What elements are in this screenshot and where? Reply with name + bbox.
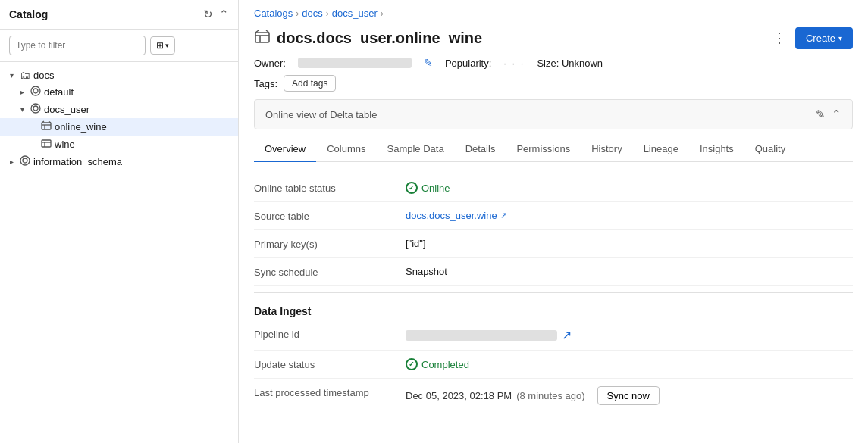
sync-schedule-text: Snapshot bbox=[406, 266, 447, 277]
status-online-text: Online bbox=[421, 183, 450, 194]
field-label-status: Online table status bbox=[254, 182, 406, 194]
owner-label: Owner: bbox=[254, 58, 286, 69]
source-table-link[interactable]: docs.docs_user.wine ↗ bbox=[406, 210, 507, 221]
tab-overview[interactable]: Overview bbox=[254, 137, 316, 162]
breadcrumb-docs[interactable]: docs bbox=[302, 8, 322, 19]
sidebar-item-docs[interactable]: 🗂 docs bbox=[0, 67, 238, 83]
timestamp-value: Dec 05, 2023, 02:18 PM bbox=[406, 390, 512, 401]
svg-rect-4 bbox=[42, 123, 51, 129]
page-title-row: docs.docs_user.online_wine bbox=[254, 29, 482, 48]
table-row: Last processed timestamp Dec 05, 2023, 0… bbox=[254, 379, 853, 413]
breadcrumb-docs-user[interactable]: docs_user bbox=[332, 8, 378, 19]
add-tags-button[interactable]: Add tags bbox=[284, 75, 336, 92]
page-header: docs.docs_user.online_wine ⋮ Create ▾ bbox=[239, 23, 868, 57]
create-dropdown-arrow: ▾ bbox=[838, 34, 842, 42]
svg-rect-14 bbox=[255, 33, 269, 42]
chevron-right-icon bbox=[17, 88, 27, 96]
svg-point-12 bbox=[20, 156, 30, 165]
meta-row: Owner: ✎ Popularity: · · · Size: Unknown bbox=[239, 57, 868, 75]
svg-point-0 bbox=[31, 86, 40, 95]
create-button[interactable]: Create ▾ bbox=[795, 27, 853, 49]
sidebar-item-wine[interactable]: wine bbox=[0, 136, 238, 153]
tab-sample-data[interactable]: Sample Data bbox=[376, 137, 454, 162]
source-table-text: docs.docs_user.wine bbox=[406, 210, 497, 221]
field-value-timestamp: Dec 05, 2023, 02:18 PM (8 minutes ago) S… bbox=[406, 386, 853, 405]
field-value-sync-schedule: Snapshot bbox=[406, 266, 853, 277]
sidebar-item-label: docs bbox=[33, 70, 54, 81]
schema-icon bbox=[30, 86, 41, 98]
tab-lineage[interactable]: Lineage bbox=[633, 137, 689, 162]
tab-history[interactable]: History bbox=[581, 137, 632, 162]
filter-button[interactable]: ⊞ ▾ bbox=[150, 36, 175, 55]
sidebar-item-docs-user[interactable]: docs_user bbox=[0, 101, 238, 118]
sidebar-item-label: online_wine bbox=[55, 121, 107, 133]
collapse-icon[interactable]: ⌃ bbox=[219, 8, 229, 21]
breadcrumb: Catalogs › docs › docs_user › bbox=[239, 0, 868, 23]
sidebar-item-label: information_schema bbox=[33, 156, 122, 167]
status-online-icon bbox=[406, 182, 418, 194]
field-label-update-status: Update status bbox=[254, 358, 406, 370]
chevron-down-icon bbox=[6, 71, 17, 80]
field-label-pipeline: Pipeline id bbox=[254, 328, 406, 340]
tab-columns[interactable]: Columns bbox=[316, 137, 376, 162]
chevron-right-icon bbox=[6, 158, 17, 166]
sidebar: Catalog ↻ ⌃ ⊞ ▾ 🗂 docs default bbox=[0, 0, 239, 443]
sidebar-item-default[interactable]: default bbox=[0, 83, 238, 101]
table-row: Online table status Online bbox=[254, 174, 853, 202]
field-label-sync-schedule: Sync schedule bbox=[254, 266, 406, 278]
timestamp-ago: (8 minutes ago) bbox=[516, 390, 584, 401]
breadcrumb-sep-2: › bbox=[326, 8, 329, 19]
header-actions: ⋮ Create ▾ bbox=[769, 27, 853, 49]
svg-point-3 bbox=[33, 106, 38, 111]
size-label: Size: Unknown bbox=[537, 58, 603, 69]
page-title: docs.docs_user.online_wine bbox=[277, 30, 482, 47]
sync-now-button[interactable]: Sync now bbox=[597, 386, 660, 405]
field-label-source: Source table bbox=[254, 210, 406, 222]
svg-rect-9 bbox=[42, 140, 51, 147]
external-link-icon: ↗ bbox=[500, 211, 507, 220]
field-value-pipeline: ↗ bbox=[406, 328, 853, 342]
owner-value bbox=[298, 58, 412, 68]
data-ingest-title: Data Ingest bbox=[254, 305, 853, 317]
chevron-down-icon bbox=[17, 105, 27, 114]
table-row: Source table docs.docs_user.wine ↗ bbox=[254, 202, 853, 230]
svg-point-2 bbox=[31, 104, 40, 113]
overview-content: Online table status Online Source table … bbox=[239, 162, 868, 443]
tab-permissions[interactable]: Permissions bbox=[506, 137, 581, 162]
refresh-icon[interactable]: ↻ bbox=[203, 8, 213, 21]
tab-details[interactable]: Details bbox=[455, 137, 506, 162]
section-divider bbox=[254, 292, 853, 293]
tab-insights[interactable]: Insights bbox=[689, 137, 744, 162]
tags-label: Tags: bbox=[254, 78, 277, 89]
filter-icon: ⊞ bbox=[156, 40, 164, 51]
svg-point-13 bbox=[23, 158, 27, 163]
description-bar: Online view of Delta table ✎ ⌃ bbox=[254, 99, 853, 129]
field-label-primary-keys: Primary key(s) bbox=[254, 238, 406, 250]
search-input[interactable] bbox=[9, 36, 146, 55]
popularity-value: · · · bbox=[503, 58, 525, 69]
sidebar-item-online-wine[interactable]: online_wine bbox=[0, 118, 238, 136]
edit-description-icon[interactable]: ✎ bbox=[816, 108, 826, 121]
online-table-header-icon bbox=[254, 29, 271, 48]
schema-icon bbox=[20, 155, 30, 168]
table-row: Pipeline id ↗ bbox=[254, 320, 853, 351]
catalog-icon: 🗂 bbox=[20, 69, 30, 81]
main-content: Catalogs › docs › docs_user › docs.docs_… bbox=[239, 0, 868, 443]
field-label-timestamp: Last processed timestamp bbox=[254, 386, 406, 398]
more-options-button[interactable]: ⋮ bbox=[769, 27, 789, 49]
sidebar-title: Catalog bbox=[9, 8, 48, 20]
tab-quality[interactable]: Quality bbox=[744, 137, 796, 162]
edit-owner-icon[interactable]: ✎ bbox=[424, 57, 433, 69]
breadcrumb-catalogs[interactable]: Catalogs bbox=[254, 8, 293, 19]
field-value-update-status: Completed bbox=[406, 358, 853, 370]
sidebar-item-information-schema[interactable]: information_schema bbox=[0, 153, 238, 170]
create-label: Create bbox=[806, 33, 835, 44]
field-value-primary-keys: ["id"] bbox=[406, 238, 853, 249]
pipeline-external-link-button[interactable]: ↗ bbox=[562, 328, 572, 342]
pipeline-id-bar bbox=[406, 330, 557, 341]
sidebar-header: Catalog ↻ ⌃ bbox=[0, 0, 238, 30]
table-row: Primary key(s) ["id"] bbox=[254, 230, 853, 258]
svg-point-1 bbox=[33, 89, 38, 93]
description-actions: ✎ ⌃ bbox=[816, 108, 841, 121]
collapse-description-icon[interactable]: ⌃ bbox=[832, 108, 841, 121]
